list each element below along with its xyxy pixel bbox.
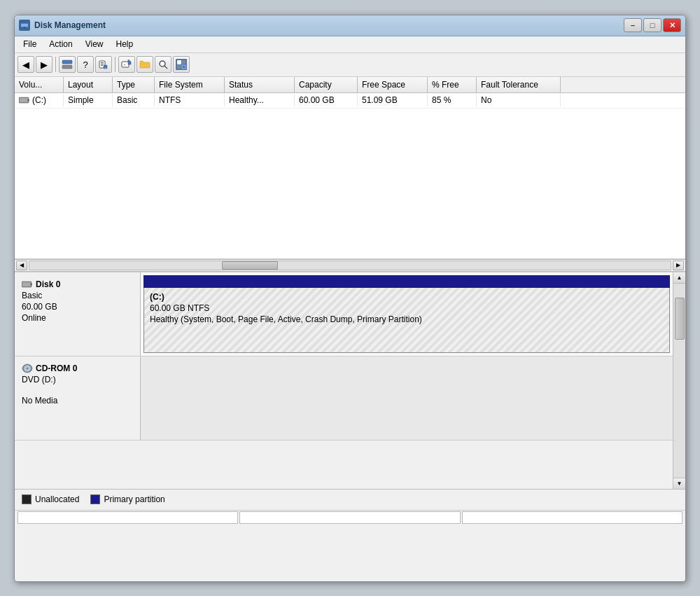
partition-header-bar	[144, 275, 670, 288]
window-title: Disk Management	[34, 20, 106, 30]
cell-capacity: 60.00 GB	[295, 94, 358, 106]
status-section-1	[18, 511, 238, 524]
legend-unallocated: Unallocated	[22, 494, 79, 504]
disk0-label: Disk 0 Basic 60.00 GB Online	[15, 272, 141, 356]
svg-rect-4	[62, 65, 72, 69]
svg-rect-25	[22, 282, 31, 286]
hscroll-track[interactable]	[29, 261, 671, 270]
col-header-type[interactable]: Type	[113, 77, 155, 92]
refresh-button[interactable]	[173, 56, 190, 73]
vscroll-track[interactable]	[673, 284, 685, 478]
disk0-partition-area: (C:) 60.00 GB NTFS Healthy (System, Boot…	[141, 272, 673, 356]
svg-point-23	[27, 99, 29, 102]
cell-layout: Simple	[64, 94, 113, 106]
svg-rect-6	[101, 62, 104, 63]
svg-rect-19	[177, 65, 181, 69]
maximize-button[interactable]: □	[643, 18, 662, 32]
cell-freespace: 51.09 GB	[358, 94, 428, 106]
menu-view[interactable]: View	[80, 38, 109, 50]
svg-point-2	[24, 27, 25, 29]
toolbar: ◀ ▶ ? + +	[15, 53, 685, 77]
hscroll-thumb[interactable]	[222, 261, 278, 270]
minimize-button[interactable]: –	[624, 18, 642, 32]
disk-view-content: Disk 0 Basic 60.00 GB Online (C:) 60.00 …	[15, 272, 685, 489]
col-header-fault[interactable]: Fault Tolerance	[477, 77, 561, 92]
legend-primary-color	[90, 494, 100, 504]
svg-rect-8	[101, 65, 103, 66]
toolbar-separator-2	[115, 57, 115, 72]
svg-rect-22	[20, 98, 28, 102]
svg-rect-1	[21, 24, 28, 27]
status-section-2	[239, 511, 460, 524]
col-header-pfree[interactable]: % Free	[428, 77, 477, 92]
cdrom0-partition-area	[141, 356, 673, 440]
folder-button[interactable]	[136, 56, 153, 73]
menu-help[interactable]: Help	[111, 38, 139, 50]
cdrom0-row: CD-ROM 0 DVD (D:) No Media	[15, 356, 673, 441]
new-volume-button[interactable]: +	[118, 56, 135, 73]
svg-rect-18	[182, 60, 186, 64]
title-bar: Disk Management – □ ✕	[15, 15, 685, 36]
col-header-capacity[interactable]: Capacity	[295, 77, 358, 92]
partition-body[interactable]: (C:) 60.00 GB NTFS Healthy (System, Boot…	[144, 288, 670, 353]
status-section-3	[462, 511, 682, 524]
partition-drive-label: (C:)	[150, 292, 664, 302]
cell-type: Basic	[113, 94, 155, 106]
disk0-row: Disk 0 Basic 60.00 GB Online (C:) 60.00 …	[15, 272, 673, 356]
title-buttons: – □ ✕	[624, 18, 681, 32]
col-header-status[interactable]: Status	[225, 77, 295, 92]
cdrom0-label: CD-ROM 0 DVD (D:) No Media	[15, 356, 141, 440]
cdrom0-title: CD-ROM 0	[22, 363, 133, 373]
app-icon	[19, 20, 30, 31]
close-button[interactable]: ✕	[663, 18, 681, 32]
svg-rect-7	[101, 64, 104, 64]
volume-table: Volu... Layout Type File System Status C…	[15, 77, 685, 259]
search-button[interactable]	[155, 56, 172, 73]
main-window: Disk Management – □ ✕ File Action View H…	[14, 15, 686, 582]
svg-point-14	[160, 61, 165, 67]
show-volumes-button[interactable]	[59, 56, 76, 73]
table-header: Volu... Layout Type File System Status C…	[15, 77, 685, 93]
status-bar	[15, 510, 685, 525]
hscroll-right-arrow[interactable]: ▶	[673, 261, 684, 270]
cell-filesystem: NTFS	[155, 94, 225, 106]
properties-button[interactable]: +	[95, 56, 112, 73]
svg-line-15	[164, 66, 167, 69]
partition-status: Healthy (System, Boot, Page File, Active…	[150, 314, 664, 324]
svg-marker-13	[128, 60, 131, 64]
cell-pfree: 85 %	[428, 94, 477, 106]
hscroll-left-arrow[interactable]: ◀	[16, 261, 27, 270]
horizontal-scrollbar[interactable]: ◀ ▶	[15, 259, 685, 272]
legend-primary: Primary partition	[90, 494, 164, 504]
title-bar-left: Disk Management	[19, 20, 106, 31]
partition-size: 60.00 GB NTFS	[150, 303, 664, 313]
col-header-volume[interactable]: Volu...	[15, 77, 64, 92]
svg-text:+: +	[123, 62, 126, 67]
disk-view: Disk 0 Basic 60.00 GB Online (C:) 60.00 …	[15, 272, 685, 510]
col-header-layout[interactable]: Layout	[64, 77, 113, 92]
table-body: (C:) Simple Basic NTFS Healthy... 60.00 …	[15, 93, 685, 258]
toolbar-separator-1	[55, 57, 56, 72]
vscroll-thumb[interactable]	[675, 298, 685, 340]
svg-point-26	[30, 283, 32, 285]
menu-file[interactable]: File	[18, 38, 42, 50]
svg-rect-17	[177, 60, 181, 64]
col-header-filesystem[interactable]: File System	[155, 77, 225, 92]
forward-button[interactable]: ▶	[36, 56, 52, 73]
svg-point-29	[27, 367, 29, 369]
vertical-scrollbar[interactable]: ▲ ▼	[673, 272, 685, 489]
menu-action[interactable]: Action	[43, 38, 78, 50]
back-button[interactable]: ◀	[18, 56, 34, 73]
table-row[interactable]: (C:) Simple Basic NTFS Healthy... 60.00 …	[15, 93, 685, 109]
svg-rect-20	[182, 65, 186, 69]
vscroll-up-arrow[interactable]: ▲	[673, 272, 685, 284]
disk0-title: Disk 0	[22, 279, 133, 289]
legend-unallocated-color	[22, 494, 31, 504]
col-header-freespace[interactable]: Free Space	[358, 77, 428, 92]
cell-status: Healthy...	[225, 94, 295, 106]
legend-bar: Unallocated Primary partition	[15, 489, 685, 510]
vscroll-down-arrow[interactable]: ▼	[673, 478, 685, 489]
disk-view-inner: Disk 0 Basic 60.00 GB Online (C:) 60.00 …	[15, 272, 673, 489]
svg-rect-3	[62, 60, 72, 64]
help-button[interactable]: ?	[77, 56, 94, 73]
